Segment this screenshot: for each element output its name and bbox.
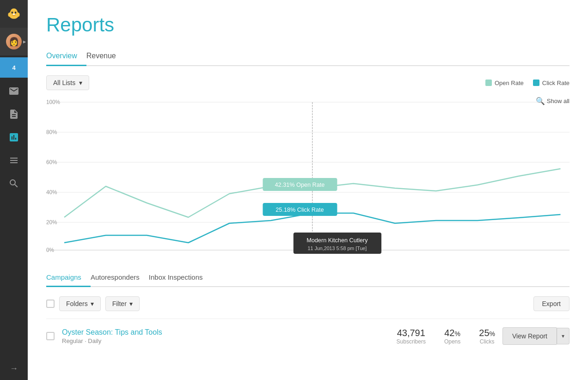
click-rate-dot <box>533 80 539 86</box>
line-chart: 100% 80% 60% 40% 20% 0% <box>46 98 570 255</box>
tab-autoresponders[interactable]: Autoresponders <box>91 269 149 287</box>
clicks-label: Clicks <box>479 338 495 345</box>
filter-dropdown[interactable]: Filter ▾ <box>105 296 140 311</box>
sidebar-item-reports[interactable] <box>0 126 28 149</box>
svg-point-7 <box>12 14 15 15</box>
select-all-checkbox[interactable] <box>46 300 55 308</box>
campaign-info: Oyster Season: Tips and Tools Regular · … <box>62 328 389 344</box>
svg-point-5 <box>15 12 17 14</box>
svg-text:40%: 40% <box>46 189 57 196</box>
subscribers-count: 43,791 <box>397 328 425 338</box>
filter-arrow-icon: ▾ <box>129 300 133 307</box>
folders-arrow-icon: ▾ <box>91 300 94 307</box>
sidebar-item-search[interactable] <box>0 172 28 195</box>
page-title: Reports <box>46 14 570 36</box>
sidebar: 👩 ▶ 4 → <box>0 0 28 380</box>
zoom-icon: 🔍 <box>536 97 545 105</box>
subscribers-label: Subscribers <box>397 338 426 345</box>
dropdown-arrow-icon: ▾ <box>79 79 82 86</box>
main-tabs: Overview Revenue <box>46 47 570 66</box>
svg-text:60%: 60% <box>46 159 57 165</box>
svg-text:20%: 20% <box>46 219 57 226</box>
svg-point-4 <box>12 12 13 14</box>
opens-label: Opens <box>444 338 460 345</box>
legend-click-rate: Click Rate <box>533 80 570 86</box>
sidebar-item-lists[interactable] <box>0 149 28 172</box>
show-all-button[interactable]: 🔍 Show all <box>536 97 570 105</box>
export-button[interactable]: Export <box>533 296 570 311</box>
tab-inbox-inspections[interactable]: Inbox Inspections <box>149 269 212 287</box>
tab-campaigns[interactable]: Campaigns <box>46 269 91 287</box>
avatar-image: 👩 <box>6 34 22 49</box>
campaign-tabs: Campaigns Autoresponders Inbox Inspectio… <box>46 269 570 287</box>
view-report-caret-button[interactable]: ▾ <box>557 328 570 344</box>
main-content: Reports Overview Revenue All Lists ▾ Ope… <box>28 0 588 380</box>
campaign-stats: 43,791 Subscribers 42% Opens 25% Clicks <box>397 328 495 345</box>
folders-dropdown[interactable]: Folders ▾ <box>59 296 101 311</box>
show-all-label: Show all <box>547 98 570 104</box>
click-rate-label: Click Rate <box>542 80 570 86</box>
legend-open-rate: Open Rate <box>485 80 524 86</box>
folders-label: Folders <box>66 300 88 307</box>
chart-legend: Open Rate Click Rate <box>485 80 570 86</box>
all-lists-dropdown[interactable]: All Lists ▾ <box>46 75 89 90</box>
view-report-wrap: View Report ▾ <box>502 327 570 345</box>
sidebar-item-campaigns[interactable] <box>0 80 28 103</box>
open-rate-label: Open Rate <box>495 80 524 86</box>
campaign-toolbar: Folders ▾ Filter ▾ Export <box>46 296 570 311</box>
avatar-chevron-icon: ▶ <box>23 40 26 44</box>
tab-revenue[interactable]: Revenue <box>86 47 125 66</box>
stat-opens: 42% Opens <box>444 328 460 345</box>
campaign-checkbox[interactable] <box>46 332 55 340</box>
sidebar-expand-button[interactable]: → <box>0 357 28 380</box>
stat-clicks: 25% Clicks <box>479 328 495 345</box>
view-report-button[interactable]: View Report <box>502 327 557 345</box>
all-lists-label: All Lists <box>53 79 75 86</box>
svg-text:11 Jun,2013 5:58 pm [Tue]: 11 Jun,2013 5:58 pm [Tue] <box>308 245 367 251</box>
notification-badge[interactable]: 4 <box>0 57 28 78</box>
stat-subscribers: 43,791 Subscribers <box>397 328 426 345</box>
clicks-count: 25% <box>479 328 495 338</box>
tab-overview[interactable]: Overview <box>46 47 86 66</box>
svg-text:100%: 100% <box>46 99 60 105</box>
campaign-meta: Regular · Daily <box>62 337 389 344</box>
svg-text:80%: 80% <box>46 129 57 135</box>
chart-area: 🔍 Show all 100% 80% 60% 40% 20% 0% <box>46 98 570 255</box>
svg-text:Modern Kitchen Cutlery: Modern Kitchen Cutlery <box>306 237 368 244</box>
opens-count: 42% <box>444 328 460 338</box>
user-avatar[interactable]: 👩 ▶ <box>0 28 28 55</box>
svg-text:0%: 0% <box>46 247 54 253</box>
sidebar-item-templates[interactable] <box>0 103 28 126</box>
campaign-name[interactable]: Oyster Season: Tips and Tools <box>62 328 389 337</box>
sidebar-logo <box>0 0 28 28</box>
campaign-row: Oyster Season: Tips and Tools Regular · … <box>46 319 570 353</box>
svg-text:42.31% Open Rate: 42.31% Open Rate <box>275 181 325 188</box>
filter-label: Filter <box>112 300 127 307</box>
svg-text:25.18% Click Rate: 25.18% Click Rate <box>276 206 324 213</box>
open-rate-dot <box>485 80 492 86</box>
chart-controls: All Lists ▾ Open Rate Click Rate <box>46 75 570 90</box>
